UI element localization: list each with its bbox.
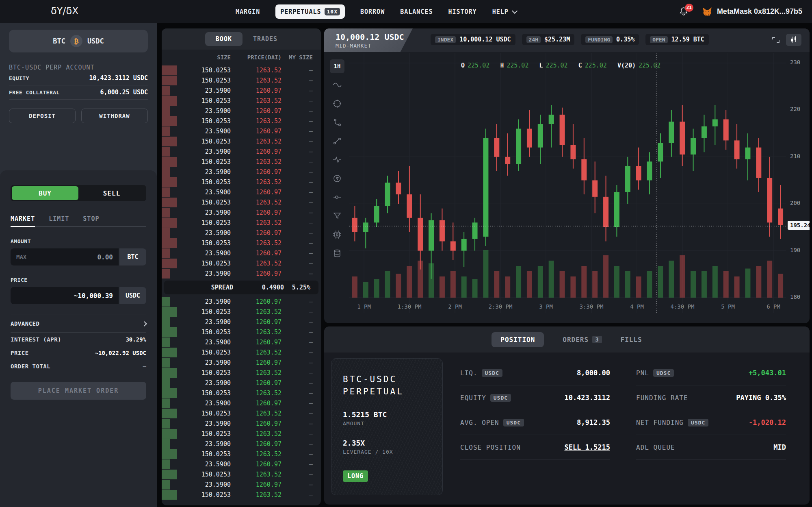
my-size: – xyxy=(281,229,313,237)
orderbook-bid-row[interactable]: 150.02531263.52– xyxy=(162,327,321,337)
amount-input[interactable]: MAX 0.00 xyxy=(11,248,119,265)
orderbook-bid-row[interactable]: 150.02531263.52– xyxy=(162,388,321,398)
depth-bar xyxy=(162,398,170,408)
orderbook-ask-row[interactable]: 23.59001260.97– xyxy=(162,207,321,218)
orderbook-ask-row[interactable]: 23.59001260.97– xyxy=(162,167,321,177)
tab-trades[interactable]: TRADES xyxy=(253,35,277,43)
withdraw-button[interactable]: WITHDRAW xyxy=(81,109,148,123)
advanced-toggle[interactable]: ADVANCED xyxy=(11,315,146,333)
orderbook-ask-row[interactable]: 150.02531263.52– xyxy=(162,136,321,146)
sell-button[interactable]: SELL xyxy=(78,186,145,200)
orderbook-bid-row[interactable]: 150.02531263.52– xyxy=(162,347,321,357)
deposit-button[interactable]: DEPOSIT xyxy=(9,109,76,123)
orderbook-bid-row[interactable]: 23.59001260.97– xyxy=(162,398,321,408)
orderbook-ask-row[interactable]: 150.02531263.52– xyxy=(162,258,321,268)
orderbook-bid-row[interactable]: 23.59001260.97– xyxy=(162,317,321,327)
candle-chart-toggle[interactable] xyxy=(786,34,801,46)
orderbook-bid-row[interactable]: 150.02531263.52– xyxy=(162,490,321,500)
nav-item-help[interactable]: HELP xyxy=(492,8,516,15)
git-branch-icon[interactable] xyxy=(333,118,342,127)
orderbook-ask-row[interactable]: 23.59001260.97– xyxy=(162,228,321,238)
order-price: 1260.97 xyxy=(231,339,281,346)
wave-icon[interactable] xyxy=(333,81,342,89)
position-card: BTC-USDC PERPETUAL 1.5215 BTC AMOUNT 2.3… xyxy=(331,358,443,495)
tab-limit[interactable]: LIMIT xyxy=(49,215,69,226)
orderbook-ask-row[interactable]: 150.02531263.52– xyxy=(162,96,321,106)
order-size: 150.0253 xyxy=(174,491,231,498)
orderbook-ask-row[interactable]: 23.59001260.97– xyxy=(162,187,321,197)
path-nodes-icon[interactable] xyxy=(333,137,342,146)
orders-count-badge: 3 xyxy=(592,336,602,343)
tab-orders[interactable]: ORDERS 3 xyxy=(563,336,602,344)
orderbook-bid-row[interactable]: 23.59001260.97– xyxy=(162,296,321,307)
max-button[interactable]: MAX xyxy=(16,254,26,260)
orderbook-bid-row[interactable]: 150.02531263.52– xyxy=(162,307,321,317)
orderbook-ask-row[interactable]: 150.02531263.52– xyxy=(162,197,321,207)
line-chart-toggle[interactable] xyxy=(768,34,784,46)
orderbook-ask-row[interactable]: 150.02531263.52– xyxy=(162,157,321,167)
detail-value: +5,043.01 xyxy=(749,369,786,377)
orderbook-ask-row[interactable]: 23.59001260.97– xyxy=(162,106,321,116)
orderbook-bid-row[interactable]: 23.59001260.97– xyxy=(162,378,321,388)
my-size: – xyxy=(281,219,313,226)
orderbook-ask-row[interactable]: 23.59001260.97– xyxy=(162,248,321,258)
tab-fills[interactable]: FILLS xyxy=(621,336,642,344)
x-axis-tick: 3 PM xyxy=(539,303,553,310)
my-size: – xyxy=(281,400,313,407)
order-price: 1260.97 xyxy=(231,379,281,387)
nav-item-borrow[interactable]: BORROW xyxy=(360,8,385,15)
orderbook-bid-row[interactable]: 23.59001260.97– xyxy=(162,459,321,469)
order-price: 1263.52 xyxy=(231,97,281,104)
nav-item-margin[interactable]: MARGIN xyxy=(236,8,260,15)
orderbook-bid-row[interactable]: 23.59001260.97– xyxy=(162,439,321,449)
compass-icon[interactable] xyxy=(333,174,342,183)
chip-icon[interactable] xyxy=(333,230,342,239)
timeframe-button[interactable]: 1H xyxy=(330,59,344,73)
tab-market[interactable]: MARKET xyxy=(11,215,35,227)
crosshair-icon[interactable] xyxy=(333,99,342,108)
account-title: BTC-USDC PERP ACCOUNT xyxy=(9,64,148,71)
crosshair-price-tag: 195.24 xyxy=(788,221,810,230)
funnel-icon[interactable] xyxy=(333,211,342,220)
place-order-button[interactable]: PLACE MARKET ORDER xyxy=(11,382,146,400)
orderbook-ask-row[interactable]: 23.59001260.97– xyxy=(162,126,321,136)
detail-value[interactable]: SELL 1.5215 xyxy=(564,443,610,451)
tab-stop[interactable]: STOP xyxy=(83,215,99,226)
buy-button[interactable]: BUY xyxy=(12,186,78,200)
orderbook-ask-row[interactable]: 23.59001260.97– xyxy=(162,268,321,279)
orderbook-ask-row[interactable]: 150.02531263.52– xyxy=(162,75,321,85)
y-axis-tick: 190 xyxy=(790,247,800,253)
orderbook-bid-row[interactable]: 150.02531263.52– xyxy=(162,368,321,378)
orderbook-ask-row[interactable]: 150.02531263.52– xyxy=(162,116,321,126)
market-stats: INDEX10,000.12 USDC 24H$25.23M FUNDING0.… xyxy=(431,34,709,45)
market-pair-selector[interactable]: BTC ₿ USDC xyxy=(9,30,148,52)
notifications-button[interactable]: 21 xyxy=(679,7,689,17)
orderbook-ask-row[interactable]: 23.59001260.97– xyxy=(162,85,321,96)
nav-item-perpetuals[interactable]: PERPETUALS 10X xyxy=(275,4,345,19)
pulse-icon[interactable] xyxy=(333,155,342,164)
chevron-down-icon xyxy=(512,8,518,13)
wallet-button[interactable]: MetaMask 0x812K...97b5 xyxy=(702,7,802,17)
database-icon[interactable] xyxy=(333,249,342,258)
orderbook-ask-row[interactable]: 150.02531263.52– xyxy=(162,218,321,228)
tab-book[interactable]: BOOK xyxy=(205,32,243,46)
orderbook-bid-row[interactable]: 23.59001260.97– xyxy=(162,418,321,429)
orderbook-bid-row[interactable]: 150.02531263.52– xyxy=(162,469,321,479)
orderbook-bid-row[interactable]: 150.02531263.52– xyxy=(162,429,321,439)
orderbook-ask-row[interactable]: 150.02531263.52– xyxy=(162,177,321,187)
orderbook-ask-row[interactable]: 150.02531263.52– xyxy=(162,238,321,248)
candlestick-chart[interactable] xyxy=(349,53,786,315)
orderbook-bid-row[interactable]: 150.02531263.52– xyxy=(162,408,321,418)
orderbook-bid-row[interactable]: 150.02531263.52– xyxy=(162,449,321,459)
nav-item-history[interactable]: HISTORY xyxy=(448,8,476,15)
orderbook-bid-row[interactable]: 23.59001260.97– xyxy=(162,479,321,490)
nav-item-balances[interactable]: BALANCES xyxy=(400,8,433,15)
orderbook-ask-row[interactable]: 23.59001260.97– xyxy=(162,146,321,157)
price-input[interactable]: ~10,000.39 xyxy=(11,287,119,304)
orderbook-ask-row[interactable]: 150.02531263.52– xyxy=(162,65,321,75)
orderbook-bid-row[interactable]: 23.59001260.97– xyxy=(162,337,321,347)
orderbook-bid-row[interactable]: 23.59001260.97– xyxy=(162,357,321,368)
slider-icon[interactable] xyxy=(333,193,342,202)
x-axis-tick: 6 PM xyxy=(767,303,780,310)
tab-position[interactable]: POSITION xyxy=(492,332,544,347)
